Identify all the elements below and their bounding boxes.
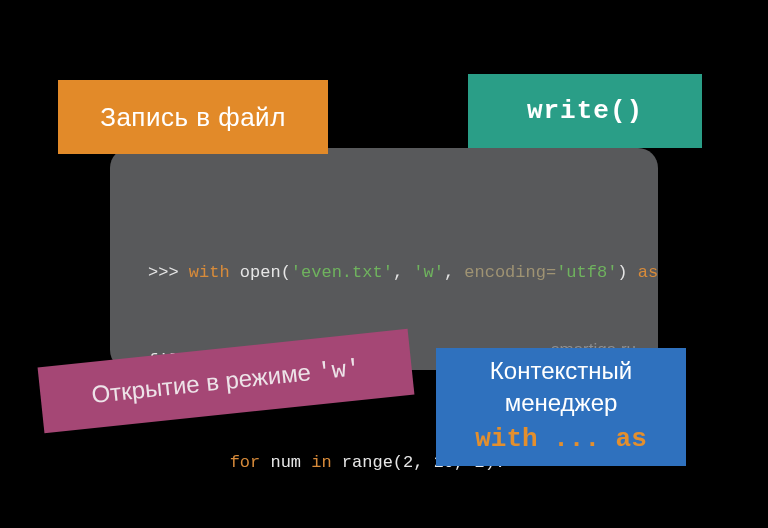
code-line-1: >>> with open('even.txt', 'w', encoding=… — [148, 256, 630, 290]
label-keyword: with ... as — [475, 422, 647, 457]
code-text: , — [444, 263, 464, 282]
code-kw-in: in — [311, 453, 331, 472]
code-str-mode: 'w' — [413, 263, 444, 282]
code-kw-for: for — [230, 453, 261, 472]
code-text: num — [260, 453, 311, 472]
label-text: Запись в файл — [100, 102, 286, 133]
diagram-canvas: >>> with open('even.txt', 'w', encoding=… — [0, 0, 768, 528]
code-text: ) — [617, 263, 637, 282]
label-write-function: write() — [468, 74, 702, 148]
label-write-to-file: Запись в файл — [58, 80, 328, 154]
label-text: write() — [527, 96, 643, 126]
code-text: , — [393, 263, 413, 282]
code-prompt: >>> — [148, 263, 189, 282]
label-line2: менеджер — [505, 387, 618, 419]
code-indent — [148, 453, 230, 472]
code-str-filename: 'even.txt' — [291, 263, 393, 282]
code-text: open( — [230, 263, 291, 282]
label-context-manager: Контекстный менеджер with ... as — [436, 348, 686, 466]
label-line1: Контекстный — [490, 355, 632, 387]
label-text: Открытие в режиме 'w' — [90, 352, 362, 409]
code-str-encoding: 'utf8' — [556, 263, 617, 282]
code-encoding-kw: encoding= — [464, 263, 556, 282]
code-kw-with: with — [189, 263, 230, 282]
code-kw-as: as — [638, 263, 658, 282]
label-mode-quote-close: ' — [345, 354, 362, 382]
label-prefix: Открытие в режиме — [90, 357, 319, 408]
